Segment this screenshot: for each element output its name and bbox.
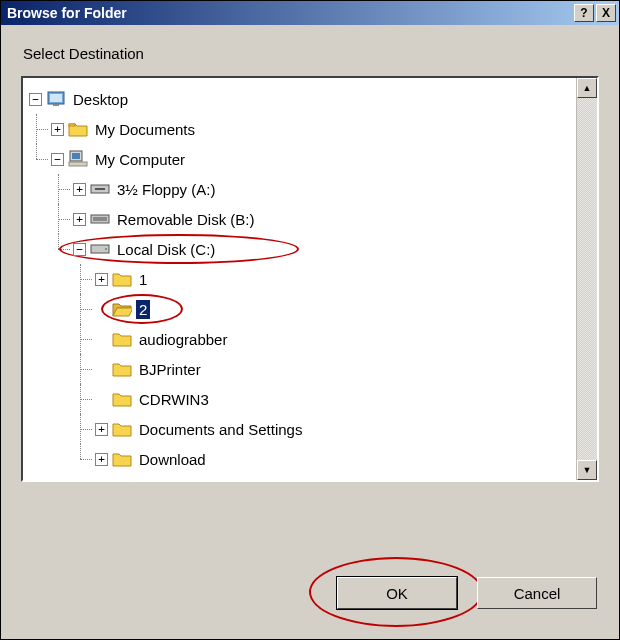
floppy-drive-icon: [90, 180, 110, 198]
ok-button[interactable]: OK: [337, 577, 457, 609]
title-text: Browse for Folder: [7, 5, 127, 21]
tree-item-removable[interactable]: Removable Disk (B:): [114, 210, 258, 229]
tree-item-download[interactable]: Download: [136, 450, 209, 469]
desktop-icon: [46, 90, 66, 108]
folder-icon: [112, 330, 132, 348]
close-button[interactable]: X: [596, 4, 616, 22]
svg-rect-2: [53, 104, 59, 106]
folder-open-icon: [112, 300, 132, 318]
svg-marker-16: [113, 308, 132, 316]
svg-marker-18: [113, 364, 131, 376]
folder-icon: [112, 270, 132, 288]
svg-rect-9: [95, 188, 105, 190]
folder-icon: [68, 120, 88, 138]
prompt-label: Select Destination: [1, 25, 619, 76]
tree-item-mycomputer[interactable]: My Computer: [92, 150, 188, 169]
expander-removable[interactable]: +: [73, 213, 86, 226]
tree-item-cdrwin3[interactable]: CDRWIN3: [136, 390, 212, 409]
expander-folder-1[interactable]: +: [95, 273, 108, 286]
folder-icon: [112, 390, 132, 408]
tree-item-mydocuments[interactable]: My Documents: [92, 120, 198, 139]
scroll-down-button[interactable]: ▼: [577, 460, 597, 480]
tree-item-folder-2[interactable]: 2: [136, 300, 150, 319]
svg-rect-11: [93, 217, 107, 221]
expander-mycomputer[interactable]: −: [51, 153, 64, 166]
tree-item-floppy[interactable]: 3½ Floppy (A:): [114, 180, 218, 199]
computer-icon: [68, 150, 88, 168]
expander-localdisk[interactable]: −: [73, 243, 86, 256]
expander-mydocs[interactable]: +: [51, 123, 64, 136]
tree-item-folder-1[interactable]: 1: [136, 270, 150, 289]
expander-download[interactable]: +: [95, 453, 108, 466]
folder-icon: [112, 450, 132, 468]
hard-drive-icon: [90, 240, 110, 258]
titlebar-buttons: ? X: [574, 4, 616, 22]
svg-rect-6: [72, 153, 80, 159]
browse-folder-dialog: Browse for Folder ? X Select Destination…: [0, 0, 620, 640]
folder-tree[interactable]: − Desktop +: [23, 78, 576, 480]
expander-desktop[interactable]: −: [29, 93, 42, 106]
tree-item-bjprinter[interactable]: BJPrinter: [136, 360, 204, 379]
dialog-buttons: OK Cancel: [337, 577, 597, 609]
folder-icon: [112, 360, 132, 378]
svg-rect-7: [69, 162, 87, 166]
tree-item-desktop[interactable]: Desktop: [70, 90, 131, 109]
expander-docs-settings[interactable]: +: [95, 423, 108, 436]
tree-item-localdisk[interactable]: Local Disk (C:): [114, 240, 218, 259]
scroll-up-button[interactable]: ▲: [577, 78, 597, 98]
removable-drive-icon: [90, 210, 110, 228]
tree-item-audiograbber[interactable]: audiograbber: [136, 330, 230, 349]
svg-rect-1: [50, 94, 62, 102]
folder-icon: [112, 420, 132, 438]
vertical-scrollbar[interactable]: ▲ ▼: [576, 78, 597, 480]
titlebar: Browse for Folder ? X: [1, 1, 619, 25]
svg-rect-4: [69, 124, 75, 126]
folder-tree-container: − Desktop +: [21, 76, 599, 482]
svg-marker-20: [113, 424, 131, 436]
scroll-track[interactable]: [577, 98, 597, 460]
svg-marker-17: [113, 334, 131, 346]
help-button[interactable]: ?: [574, 4, 594, 22]
tree-item-docs-settings[interactable]: Documents and Settings: [136, 420, 305, 439]
expander-floppy[interactable]: +: [73, 183, 86, 196]
cancel-button[interactable]: Cancel: [477, 577, 597, 609]
svg-marker-14: [113, 274, 131, 286]
svg-point-13: [105, 248, 107, 250]
svg-marker-19: [113, 394, 131, 406]
svg-marker-21: [113, 454, 131, 466]
